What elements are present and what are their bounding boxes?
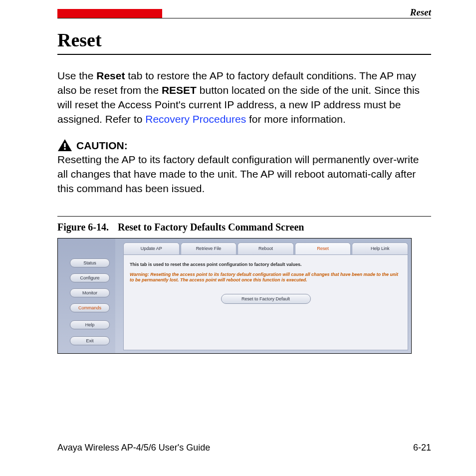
figure-divider	[57, 216, 431, 217]
sidebar-btn-exit[interactable]: Exit	[70, 336, 110, 345]
intro-paragraph: Use the Reset tab to restore the AP to f…	[57, 69, 431, 127]
intro-bold-reset: Reset	[96, 70, 125, 81]
caution-block: CAUTION: Resetting the AP to its factory…	[57, 139, 431, 196]
figure-number: Figure 6-14.	[57, 222, 109, 233]
header-divider	[57, 18, 431, 18]
recovery-procedures-link[interactable]: Recovery Procedures	[145, 113, 246, 125]
screenshot-sidebar: Status Configure Monitor Commands Help E…	[58, 238, 115, 353]
page-title: Reset	[57, 29, 431, 51]
warning-triangle-icon	[57, 139, 72, 152]
tab-retrieve-file[interactable]: Retrieve File	[181, 242, 237, 254]
intro-text-post: for more information.	[246, 113, 346, 125]
screenshot-panel: This tab is used to reset the access poi…	[123, 254, 408, 350]
running-header: Reset	[410, 7, 431, 18]
screenshot-main: Update AP Retrieve File Reboot Reset Hel…	[115, 238, 411, 353]
figure-caption: Figure 6-14.Reset to Factory Defaults Co…	[57, 222, 431, 233]
tab-update-ap[interactable]: Update AP	[123, 242, 180, 254]
page-footer: Avaya Wireless AP-4/5/6 User's Guide 6-2…	[57, 443, 431, 453]
screenshot-tabs: Update AP Retrieve File Reboot Reset Hel…	[123, 242, 409, 254]
figure-title: Reset to Factory Defaults Command Screen	[118, 222, 304, 233]
panel-description: This tab is used to reset the access poi…	[130, 262, 402, 267]
sidebar-btn-monitor[interactable]: Monitor	[70, 288, 110, 297]
caution-text: Resetting the AP to its factory default …	[57, 153, 431, 196]
caution-label: CAUTION:	[76, 140, 128, 152]
caution-heading: CAUTION:	[57, 139, 431, 152]
sidebar-btn-configure[interactable]: Configure	[70, 273, 110, 282]
footer-page-number: 6-21	[413, 443, 431, 453]
sidebar-btn-commands[interactable]: Commands	[70, 303, 110, 312]
title-divider	[57, 54, 431, 55]
svg-rect-2	[64, 148, 65, 150]
tab-reboot[interactable]: Reboot	[238, 242, 294, 254]
footer-guide-name: Avaya Wireless AP-4/5/6 User's Guide	[57, 443, 210, 453]
intro-text-pre: Use the	[57, 70, 96, 81]
tab-help-link[interactable]: Help Link	[352, 242, 408, 254]
svg-rect-1	[64, 143, 65, 147]
sidebar-btn-status[interactable]: Status	[70, 258, 110, 267]
intro-bold-reset-button: RESET	[162, 84, 197, 96]
panel-warning: Warning: Resetting the access point to i…	[130, 272, 402, 283]
reset-to-factory-default-button[interactable]: Reset to Factory Default	[221, 294, 311, 304]
sidebar-btn-help[interactable]: Help	[70, 320, 110, 329]
header-accent-bar	[57, 9, 162, 18]
tab-reset[interactable]: Reset	[295, 242, 351, 254]
screenshot-frame: Status Configure Monitor Commands Help E…	[57, 238, 412, 354]
